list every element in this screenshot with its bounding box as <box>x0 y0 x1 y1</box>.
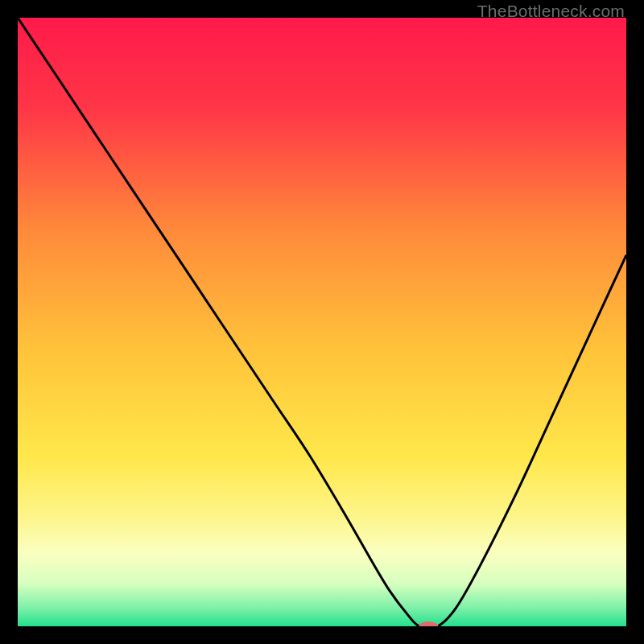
chart-background-gradient <box>18 18 626 626</box>
chart-frame: TheBottleneck.com <box>0 0 644 644</box>
plot-area <box>18 18 626 626</box>
bottleneck-chart <box>18 18 626 626</box>
